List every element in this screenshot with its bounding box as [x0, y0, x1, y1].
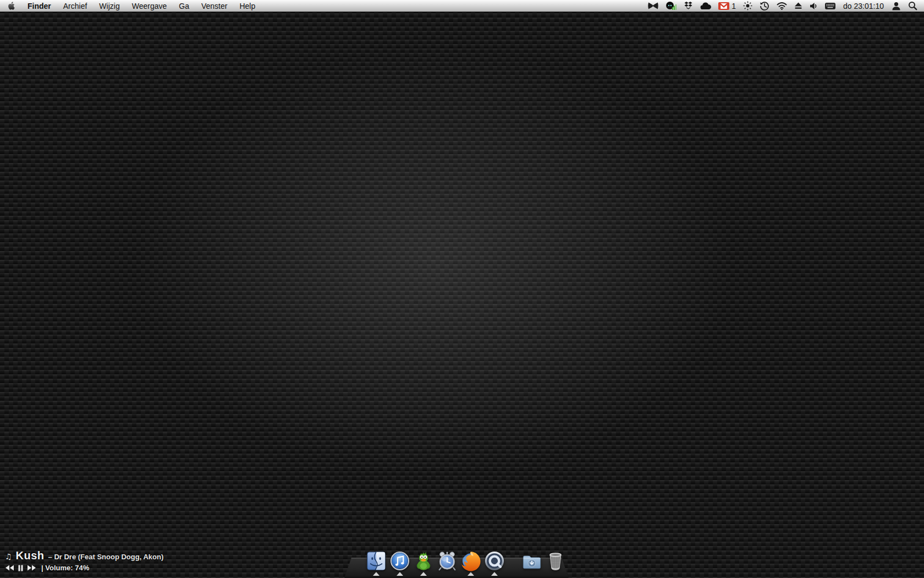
eject-icon[interactable]: [793, 0, 804, 12]
pause-button[interactable]: [18, 565, 23, 571]
gmail-unread-count: 1: [732, 2, 736, 10]
running-indicator: [468, 572, 474, 576]
apple-icon: [8, 1, 16, 10]
downloads-folder-icon: [521, 550, 542, 571]
dock-item-trash[interactable]: [544, 550, 566, 576]
gmail-icon: [718, 2, 729, 10]
wifi-icon[interactable]: [776, 0, 788, 12]
dock: [365, 550, 566, 576]
menu-ga[interactable]: Ga: [173, 0, 195, 12]
wallpaper-glow: [0, 0, 924, 578]
track-title: Kush: [16, 549, 45, 562]
rewind-button[interactable]: [5, 565, 14, 571]
running-indicator: [420, 572, 427, 576]
menu-bar: Finder Archief Wijzig Weergave Ga Venste…: [0, 0, 924, 12]
now-playing-overlay: ♫ Kush – Dr Dre (Feat Snoop Dogg, Akon) …: [5, 549, 163, 572]
dock-item-itunes[interactable]: [389, 550, 411, 576]
adium-duck-icon: [413, 550, 434, 571]
gmail-status[interactable]: 1: [717, 0, 737, 12]
app-monitor-icon[interactable]: [664, 0, 678, 12]
dock-item-adium[interactable]: [413, 550, 435, 576]
keyboard-icon[interactable]: [824, 0, 837, 12]
music-note-icon: ♫: [5, 552, 12, 561]
bowtie-icon[interactable]: [647, 0, 659, 12]
running-indicator: [491, 572, 498, 576]
spotlight-icon[interactable]: [907, 0, 919, 12]
cloud-icon[interactable]: [699, 0, 712, 12]
dropbox-icon[interactable]: [683, 0, 694, 12]
firefox-icon: [460, 550, 481, 571]
user-icon[interactable]: [890, 0, 902, 12]
fast-forward-button[interactable]: [27, 565, 36, 571]
menu-finder[interactable]: Finder: [21, 0, 57, 12]
running-indicator: [373, 572, 380, 576]
track-artist: – Dr Dre (Feat Snoop Dogg, Akon): [48, 553, 164, 561]
quicktime-icon: [484, 550, 505, 571]
trash-icon: [545, 550, 566, 571]
dock-item-firefox[interactable]: [460, 550, 482, 576]
dock-item-quicktime[interactable]: [483, 550, 505, 576]
menu-clock[interactable]: do 23:01:10: [842, 2, 886, 10]
dock-item-alarm-clock[interactable]: [436, 550, 458, 576]
volume-icon[interactable]: [809, 0, 819, 12]
volume-readout: | Volume: 74%: [41, 564, 89, 572]
menu-venster[interactable]: Venster: [195, 0, 233, 12]
itunes-icon: [389, 550, 410, 571]
brightness-icon[interactable]: [742, 0, 754, 12]
finder-icon: [366, 550, 387, 571]
menu-help[interactable]: Help: [233, 0, 261, 12]
menu-archief[interactable]: Archief: [57, 0, 94, 12]
running-indicator: [397, 572, 403, 576]
time-machine-icon[interactable]: [758, 0, 771, 12]
alarm-clock-icon: [437, 550, 458, 571]
dock-item-downloads-folder[interactable]: [521, 550, 543, 576]
menu-wijzig[interactable]: Wijzig: [93, 0, 125, 12]
apple-menu[interactable]: [0, 0, 21, 12]
dock-item-finder[interactable]: [365, 550, 387, 576]
menu-weergave[interactable]: Weergave: [126, 0, 173, 12]
